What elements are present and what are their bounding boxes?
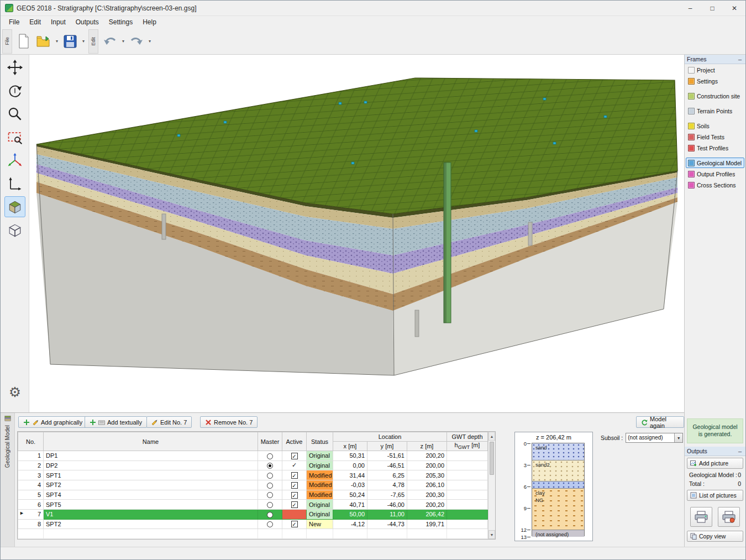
master-radio[interactable] [267, 453, 273, 459]
master-cell[interactable] [258, 451, 282, 461]
master-radio[interactable] [267, 483, 273, 489]
close-button[interactable]: ✕ [723, 1, 745, 15]
active-checkbox[interactable]: ✓ [291, 482, 298, 489]
active-cell[interactable]: ✓ [282, 500, 307, 510]
model-again-button[interactable]: Model again [636, 416, 684, 428]
pan-tool-button[interactable] [4, 57, 25, 78]
new-file-button[interactable] [14, 32, 33, 51]
frame-item-project[interactable]: Project [686, 65, 744, 75]
edit-test-button[interactable]: Edit No. 7 [146, 416, 192, 428]
copy-view-button[interactable]: Copy view [687, 531, 743, 542]
open-file-dropdown[interactable]: ▾ [54, 32, 60, 51]
minimize-button[interactable]: – [679, 1, 701, 15]
test-profiles-icon [688, 145, 695, 151]
table-scrollbar[interactable]: ▲ ▼ [488, 432, 495, 539]
scroll-thumb[interactable] [490, 442, 494, 475]
table-row-4-spt2[interactable]: 4SPT2✓Modified-0,034,78206,10 [18, 480, 488, 490]
subsoil-dropdown[interactable]: (not assigned) ▼ [626, 433, 683, 443]
viewport-3d[interactable] [29, 55, 684, 412]
maximize-button[interactable]: □ [701, 1, 723, 15]
master-cell[interactable] [258, 480, 282, 490]
frame-item-test-profiles[interactable]: Test Profiles [686, 143, 744, 153]
master-cell[interactable] [258, 490, 282, 500]
solid-view-button[interactable] [4, 196, 25, 217]
zoom-window-tool-button[interactable] [4, 127, 25, 148]
master-radio[interactable] [267, 473, 273, 479]
active-cell[interactable]: ✓ [282, 490, 307, 500]
dropdown-arrow-icon[interactable]: ▼ [674, 433, 682, 442]
zoom-tool-button[interactable] [4, 103, 25, 124]
add-textually-button[interactable]: Add textually [85, 416, 147, 428]
scroll-track[interactable] [488, 441, 495, 530]
frame-item-cross-sections[interactable]: Cross Sections [686, 180, 744, 190]
frame-item-field-tests[interactable]: Field Tests [686, 132, 744, 142]
table-row-2-dp2[interactable]: 2DP2✓Original0,00-46,51200,00 [18, 460, 488, 470]
active-cell[interactable]: ✓ [282, 470, 307, 480]
table-row-1-dp1[interactable]: 1DP1✓Original50,31-51,61200,20 [18, 451, 488, 461]
active-cell[interactable]: ✓ [282, 460, 307, 470]
file-toolbar-tab[interactable]: File [2, 29, 12, 54]
bottom-panel-tab[interactable]: Geological Model [1, 413, 15, 547]
add-graphically-button[interactable]: Add graphically [18, 416, 87, 428]
axes-tool-button[interactable] [4, 150, 25, 171]
table-row-7-v1[interactable]: ►7V1Original50,0011,00206,42 [18, 509, 488, 519]
active-checkbox[interactable]: ✓ [291, 501, 298, 508]
master-cell[interactable] [258, 460, 282, 470]
print-button[interactable] [690, 507, 712, 527]
menu-item-input[interactable]: Input [46, 17, 71, 27]
wireframe-view-button[interactable] [4, 219, 25, 240]
master-cell[interactable] [258, 519, 282, 529]
list-of-pictures-button[interactable]: List of pictures [687, 490, 743, 501]
save-button[interactable] [61, 32, 80, 51]
active-checkbox[interactable]: ✓ [291, 492, 298, 499]
save-dropdown[interactable]: ▾ [80, 32, 87, 51]
menu-item-settings[interactable]: Settings [104, 17, 138, 27]
redo-button[interactable] [127, 32, 146, 51]
active-checkbox[interactable]: ✓ [291, 472, 298, 479]
master-cell[interactable] [258, 470, 282, 480]
frame-item-construction-site[interactable]: Construction site [686, 91, 744, 101]
table-row-3-spt1[interactable]: 3SPT1✓Modified31,446,25205,30 [18, 470, 488, 480]
frame-item-soils[interactable]: Soils [686, 121, 744, 131]
orientation-tool-button[interactable] [4, 173, 25, 194]
master-radio[interactable] [267, 463, 273, 469]
menu-item-outputs[interactable]: Outputs [71, 17, 104, 27]
active-checkbox[interactable]: ✓ [291, 521, 298, 527]
open-file-button[interactable] [34, 32, 53, 51]
remove-test-button[interactable]: Remove No. 7 [200, 416, 258, 428]
master-cell[interactable] [258, 500, 282, 510]
redo-dropdown[interactable]: ▾ [146, 32, 153, 51]
master-radio[interactable] [267, 521, 273, 527]
frame-item-output-profiles[interactable]: Output Profiles [686, 169, 744, 179]
master-cell[interactable] [258, 509, 282, 519]
outputs-collapse-icon[interactable]: – [737, 448, 743, 454]
undo-button[interactable] [101, 32, 119, 51]
active-cell[interactable]: ✓ [282, 519, 307, 529]
table-row-8-spt2[interactable]: 8SPT2✓New-4,12-44,73199,71 [18, 519, 488, 529]
active-cell[interactable]: ✓ [282, 451, 307, 461]
value-z: 205,30 [407, 470, 447, 480]
scroll-down-icon[interactable]: ▼ [488, 530, 495, 539]
frame-item-settings[interactable]: Settings [686, 76, 744, 86]
menu-item-edit[interactable]: Edit [24, 17, 46, 27]
active-checkbox[interactable]: ✓ [291, 453, 298, 459]
view-settings-button[interactable]: ⚙ [4, 381, 25, 402]
menu-item-help[interactable]: Help [138, 17, 161, 27]
edit-toolbar-tab[interactable]: Edit [88, 29, 98, 54]
active-cell[interactable]: ✓ [282, 480, 307, 490]
frames-collapse-icon[interactable]: – [737, 56, 743, 62]
table-row-6-spt5[interactable]: 6SPT5✓Original40,71-46,00200,20 [18, 500, 488, 510]
master-radio[interactable] [267, 492, 273, 498]
rotate-tool-button[interactable] [4, 80, 25, 101]
master-radio[interactable] [267, 502, 273, 508]
frame-item-geological-model[interactable]: Geological Model [686, 158, 744, 168]
master-radio[interactable] [267, 512, 273, 518]
table-row-5-spt4[interactable]: 5SPT4✓Modified50,24-7,65200,30 [18, 490, 488, 500]
frame-item-terrain-points[interactable]: Terrain Points [686, 106, 744, 116]
add-picture-button[interactable]: Add picture [687, 458, 743, 469]
undo-dropdown[interactable]: ▾ [120, 32, 127, 51]
print-preview-button[interactable] [718, 507, 740, 527]
scroll-up-icon[interactable]: ▲ [488, 432, 495, 441]
menu-item-file[interactable]: File [4, 17, 24, 27]
active-cell-flagged[interactable] [282, 509, 307, 519]
